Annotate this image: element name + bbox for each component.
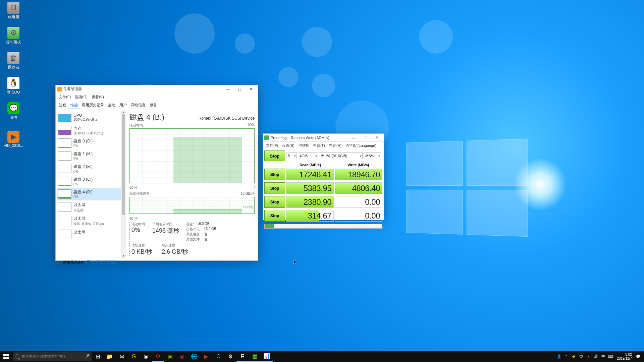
action-center[interactable]: 💬	[635, 351, 642, 362]
tab-performance[interactable]: 性能	[68, 102, 80, 109]
tab-startup[interactable]: 启动	[106, 102, 117, 109]
menu-options[interactable]: 选项(O)	[73, 94, 89, 100]
tray-ime-ch[interactable]: 中	[600, 351, 607, 362]
menu-profile[interactable]: Profile	[297, 142, 311, 149]
sidebar-item-1h[interactable]: 磁盘 1 (H:)0%	[57, 149, 125, 162]
task-view-button[interactable]: ⊞	[92, 351, 104, 362]
close-button[interactable]: ✕	[371, 134, 382, 141]
tray-network[interactable]: 🔺	[585, 351, 592, 362]
taskbar-app-steam[interactable]: ◉	[140, 351, 152, 362]
taskbar-app-nvidia[interactable]: ▣	[164, 351, 176, 362]
all-stop-button[interactable]: Stop	[264, 150, 285, 161]
tray-ime[interactable]: ⌨	[607, 351, 614, 362]
tab-services[interactable]: 服务	[148, 102, 159, 109]
chevron-up-icon: ⌃	[58, 261, 62, 264]
taskbar-app-network[interactable]: ◎	[176, 351, 188, 362]
show-desktop[interactable]	[642, 351, 644, 362]
open-resource-monitor-link[interactable]: 打开资源监视器	[86, 260, 117, 265]
minimize-button[interactable]: —	[348, 134, 360, 141]
taskbar-app-media[interactable]: ▶	[200, 351, 212, 362]
clock[interactable]: 0:02 2019/12/7	[614, 353, 635, 361]
maximize-button: ▢	[360, 134, 371, 141]
mic-icon[interactable]: 🎤	[84, 354, 90, 359]
taskbar-app-explorer[interactable]: 📁	[104, 351, 116, 362]
crystaldiskmark-window: Preparing... Random Write [ADMIN] — ▢ ✕ …	[263, 133, 384, 220]
menu-file[interactable]: 文件(F)	[57, 94, 72, 100]
taskbar-app-cent[interactable]: C	[212, 351, 224, 362]
tray-overflow[interactable]: ⌃	[563, 351, 570, 362]
titlebar[interactable]: 任务管理器 — ▢ ✕	[56, 85, 258, 93]
app-icon	[57, 87, 62, 92]
sidebar-item-[interactable]: 以太网未连接	[57, 200, 125, 214]
menu-file[interactable]: 文件(F)	[264, 142, 280, 149]
sidebar-scrollbar[interactable]: ▲ ▼	[121, 110, 126, 258]
sidebar-item-4b[interactable]: 磁盘 4 (B:)0%	[57, 188, 125, 200]
write-value-3: 0.00	[335, 210, 382, 222]
size-select[interactable]: 4GiB	[298, 153, 318, 159]
sidebar-item-[interactable]: 以太网	[57, 228, 125, 241]
desktop-icon-wechat[interactable]: 💬微信	[2, 102, 25, 120]
perf-thumb-icon	[58, 151, 71, 161]
stop-button-0[interactable]: Stop	[264, 169, 285, 180]
write-header: Write [MB/s]	[334, 163, 383, 167]
minimize-button[interactable]: —	[222, 85, 234, 93]
taskbar-app-chrome[interactable]: G	[128, 351, 140, 362]
taskbar-app-browser[interactable]: 🌐	[188, 351, 200, 362]
tab-app-history[interactable]: 应用历史记录	[80, 102, 106, 109]
sidebar-item-[interactable]: 内存20.8/39.9 GB (52%)	[57, 124, 125, 137]
performance-sidebar: CPU100% 2.99 GHz 内存20.8/39.9 GB (52%) 磁盘…	[56, 110, 126, 258]
menu-settings[interactable]: 设置(S)	[280, 142, 296, 149]
menu-language[interactable]: 语言(L)(Language)	[344, 142, 378, 149]
desktop-icon-control-panel[interactable]: ⚙控制面板	[2, 27, 25, 45]
disk-heading: 磁盘 4 (B:)	[129, 112, 164, 122]
tray-volume[interactable]: 🔊	[592, 351, 600, 362]
activity-chart	[129, 128, 255, 183]
write-speed-value: 2.6 GB/秒	[162, 248, 188, 256]
desktop-icon-this-pc[interactable]: 🖥此电脑	[2, 2, 25, 19]
stop-button-1[interactable]: Stop	[264, 182, 285, 194]
close-button[interactable]: ✕	[245, 85, 257, 93]
taskbar-app-settings[interactable]: ⚙	[224, 351, 236, 362]
desktop-icon-video[interactable]: ▶VID_2018...	[2, 131, 25, 147]
start-button[interactable]	[0, 351, 12, 362]
tab-users[interactable]: 用户	[117, 102, 129, 109]
scroll-up[interactable]: ▲	[121, 110, 126, 114]
performance-main: 磁盘 4 (B:) Romex RAMDISK SCSI Device 活动时间…	[126, 110, 258, 258]
sidebar-item-[interactable]: 以太网发送: 0 接收: 0 Kbps	[57, 214, 125, 228]
taskbar-app-crystaldiskmark[interactable]: ▦	[249, 351, 261, 362]
target-select[interactable]: B: 1% (0/16GiB)	[319, 153, 363, 159]
menu-help[interactable]: 帮助(H)	[327, 142, 343, 149]
menu-view[interactable]: 查看(V)	[90, 94, 106, 100]
scroll-down[interactable]: ▼	[121, 254, 126, 258]
desktop-icon-qq[interactable]: 🐧腾讯QQ	[2, 77, 25, 95]
tray-people[interactable]: 👤	[555, 351, 563, 362]
response-time-value: 1498 毫秒	[152, 227, 179, 235]
maximize-button[interactable]: ▢	[234, 85, 245, 93]
runs-select[interactable]: 5	[286, 153, 297, 159]
tray-power[interactable]: ⚡	[570, 351, 578, 362]
tab-processes[interactable]: 进程	[57, 102, 68, 109]
tab-details[interactable]: 详细信息	[129, 102, 148, 109]
perf-thumb-icon	[58, 189, 71, 199]
tray-security[interactable]: 🛡	[578, 351, 585, 362]
desktop-icon-recycle-bin[interactable]: 🗑回收站	[2, 52, 25, 70]
search-box[interactable]: 在这里输入你要搜索的内容 🎤	[13, 352, 92, 361]
sidebar-item-3c[interactable]: 磁盘 3 (C:)0%	[57, 175, 125, 188]
read-value-2: 2380.90	[286, 196, 334, 208]
fewer-details-toggle[interactable]: ⌃简略信息(D)	[58, 260, 83, 265]
taskbar-app-mail[interactable]: ✉	[116, 351, 128, 362]
sidebar-item-2e[interactable]: 磁盘 2 (E:)0%	[57, 162, 125, 175]
unit-select[interactable]: MB/s	[364, 153, 381, 159]
menu-theme[interactable]: 主题(T)	[311, 142, 327, 149]
taskbar-app-opera[interactable]: O	[152, 351, 164, 362]
task-manager-window: 任务管理器 — ▢ ✕ 文件(F) 选项(O) 查看(V) 进程 性能 应用历史…	[55, 85, 258, 261]
taskbar-app-taskmgr[interactable]: 📊	[261, 351, 273, 362]
sidebar-item-cpu[interactable]: CPU100% 2.99 GHz	[57, 111, 125, 124]
stop-button-3[interactable]: Stop	[264, 210, 285, 222]
stop-button-2[interactable]: Stop	[264, 196, 285, 208]
scroll-thumb[interactable]	[122, 114, 125, 215]
tabstrip: 进程 性能 应用历史记录 启动 用户 详细信息 服务	[56, 101, 258, 110]
sidebar-item-0d[interactable]: 磁盘 0 (D:)0%	[57, 137, 125, 149]
titlebar[interactable]: Preparing... Random Write [ADMIN] — ▢ ✕	[263, 134, 384, 142]
taskbar-app-remote[interactable]: 🖥	[236, 351, 249, 362]
